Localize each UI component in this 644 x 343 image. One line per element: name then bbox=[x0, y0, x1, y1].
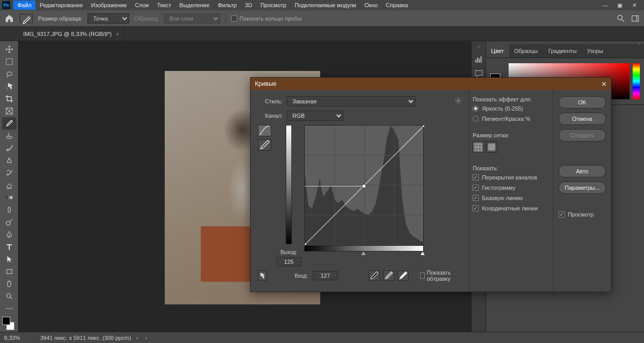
style-select[interactable]: Заказная bbox=[287, 96, 415, 106]
svg-rect-24 bbox=[362, 185, 365, 188]
input-sliders[interactable] bbox=[304, 251, 424, 256]
gray-point-slider[interactable] bbox=[361, 251, 365, 255]
brightness-radio[interactable]: Яркость (0-255) bbox=[473, 105, 550, 112]
edit-toolbar-icon[interactable]: ⋯ bbox=[2, 302, 16, 315]
black-point-eyedropper-icon[interactable] bbox=[369, 270, 380, 281]
style-gear-icon[interactable] bbox=[455, 97, 462, 105]
document-tab[interactable]: IMG_9317.JPG @ 8,33% (RGB/8*) × bbox=[18, 27, 125, 41]
home-icon[interactable] bbox=[4, 13, 14, 24]
show-ring-check[interactable]: Показать кольцо пробы bbox=[231, 15, 302, 22]
dialog-close-icon[interactable]: ✕ bbox=[601, 80, 607, 88]
curve-pencil-tool-icon[interactable] bbox=[258, 139, 271, 151]
menu-view[interactable]: Просмотр bbox=[256, 1, 290, 10]
smooth-button[interactable]: Сгладить bbox=[559, 129, 606, 141]
hue-strip[interactable] bbox=[633, 63, 640, 99]
status-prev-icon[interactable]: ‹ bbox=[145, 335, 147, 341]
path-select-tool-icon[interactable] bbox=[2, 253, 16, 265]
type-tool-icon[interactable] bbox=[2, 241, 16, 253]
menu-type[interactable]: Текст bbox=[153, 1, 176, 10]
swatches-tab[interactable]: Образцы bbox=[509, 44, 543, 58]
intersection-check[interactable]: Координатные линии bbox=[473, 205, 550, 211]
close-tab-icon[interactable]: × bbox=[116, 31, 119, 37]
grid-fine-icon[interactable] bbox=[486, 141, 497, 153]
show-clipping-check[interactable]: Показать обтравку bbox=[420, 269, 462, 282]
eraser-tool-icon[interactable] bbox=[2, 179, 16, 191]
quick-select-tool-icon[interactable] bbox=[2, 80, 16, 93]
maximize-icon[interactable]: ▣ bbox=[616, 2, 623, 9]
svg-point-0 bbox=[618, 15, 622, 20]
workspace-icon[interactable] bbox=[631, 14, 640, 23]
zoom-tool-icon[interactable] bbox=[2, 290, 16, 302]
frame-tool-icon[interactable] bbox=[2, 105, 16, 117]
cancel-button[interactable]: Отмена bbox=[559, 113, 606, 125]
svg-rect-4 bbox=[7, 136, 12, 138]
overlay-check[interactable]: Перекрытия каналов bbox=[473, 174, 550, 180]
grid-coarse-icon[interactable] bbox=[473, 141, 484, 153]
patterns-tab[interactable]: Узоры bbox=[582, 44, 608, 58]
minimize-icon[interactable]: — bbox=[602, 2, 609, 9]
eyedropper-tool-icon[interactable] bbox=[2, 117, 16, 130]
zoom-level[interactable]: 8,33% bbox=[4, 335, 35, 341]
dodge-tool-icon[interactable] bbox=[2, 216, 16, 228]
sample-select[interactable]: Все слои bbox=[164, 13, 220, 24]
target-adjust-tool-icon[interactable] bbox=[258, 270, 267, 281]
svg-rect-5 bbox=[6, 196, 12, 199]
crop-tool-icon[interactable] bbox=[2, 93, 16, 105]
foreground-background-colors[interactable] bbox=[2, 317, 16, 330]
menu-edit[interactable]: Редактирование bbox=[36, 1, 87, 10]
curve-point-tool-icon[interactable] bbox=[258, 125, 271, 136]
svg-point-14 bbox=[457, 100, 459, 102]
move-tool-icon[interactable] bbox=[2, 43, 16, 56]
menu-plugins[interactable]: Подключаемые модули bbox=[290, 1, 360, 10]
preview-check[interactable]: Просмотр bbox=[559, 211, 606, 218]
gradients-tab[interactable]: Градиенты bbox=[543, 44, 582, 58]
search-icon[interactable] bbox=[616, 14, 625, 23]
hand-tool-icon[interactable] bbox=[2, 278, 16, 290]
sample-size-select[interactable]: Точка bbox=[88, 13, 129, 24]
menu-image[interactable]: Изображение bbox=[87, 1, 131, 10]
show-label: Показать: bbox=[473, 165, 550, 171]
blur-tool-icon[interactable] bbox=[2, 204, 16, 216]
marquee-tool-icon[interactable] bbox=[2, 56, 16, 68]
pen-tool-icon[interactable] bbox=[2, 228, 16, 241]
clone-stamp-tool-icon[interactable] bbox=[2, 154, 16, 167]
channel-select[interactable]: RGB bbox=[287, 111, 343, 121]
menu-help[interactable]: Справка bbox=[382, 1, 412, 10]
ok-button[interactable]: OK bbox=[559, 96, 606, 109]
svg-point-6 bbox=[6, 221, 10, 225]
status-menu-icon[interactable]: › bbox=[136, 335, 138, 341]
rectangle-tool-icon[interactable] bbox=[2, 265, 16, 278]
sample-size-label: Размер образца: bbox=[38, 15, 82, 22]
histogram-check[interactable]: Гистограмму bbox=[473, 185, 550, 191]
gradient-tool-icon[interactable] bbox=[2, 191, 16, 204]
foreground-swatch[interactable] bbox=[2, 317, 10, 325]
gray-point-eyedropper-icon[interactable] bbox=[383, 270, 394, 281]
menu-layer[interactable]: Слои bbox=[131, 1, 153, 10]
history-brush-tool-icon[interactable] bbox=[2, 167, 16, 179]
dialog-title-bar[interactable]: Кривые ✕ bbox=[251, 78, 611, 90]
brush-tool-icon[interactable] bbox=[2, 142, 16, 154]
menu-filter[interactable]: Фильтр bbox=[214, 1, 241, 10]
color-tab[interactable]: Цвет bbox=[486, 44, 509, 58]
pigment-radio[interactable]: Пигмент/Краска % bbox=[473, 116, 550, 122]
close-window-icon[interactable]: ✕ bbox=[631, 2, 638, 9]
menu-file[interactable]: Файл bbox=[13, 1, 36, 10]
show-effect-label: Показать эффект для: bbox=[473, 96, 550, 102]
input-value-input[interactable] bbox=[313, 271, 338, 280]
menu-window[interactable]: Окно bbox=[360, 1, 382, 10]
output-value-input[interactable] bbox=[276, 257, 301, 266]
options-button[interactable]: Параметры... bbox=[559, 182, 606, 194]
input-gradient bbox=[304, 245, 424, 251]
white-point-slider[interactable] bbox=[421, 251, 425, 255]
menu-3d[interactable]: 3D bbox=[241, 1, 256, 10]
curves-graph[interactable] bbox=[304, 125, 424, 244]
histogram-panel-icon[interactable] bbox=[474, 55, 483, 64]
lasso-tool-icon[interactable] bbox=[2, 68, 16, 80]
healing-brush-tool-icon[interactable] bbox=[2, 130, 16, 142]
menu-select[interactable]: Выделение bbox=[176, 1, 214, 10]
white-point-eyedropper-icon[interactable] bbox=[397, 270, 409, 281]
baseline-check[interactable]: Базовую линию bbox=[473, 195, 550, 201]
channel-label: Канал: bbox=[258, 113, 283, 119]
eyedropper-preset-icon[interactable] bbox=[20, 14, 33, 23]
auto-button[interactable]: Авто bbox=[559, 165, 606, 177]
